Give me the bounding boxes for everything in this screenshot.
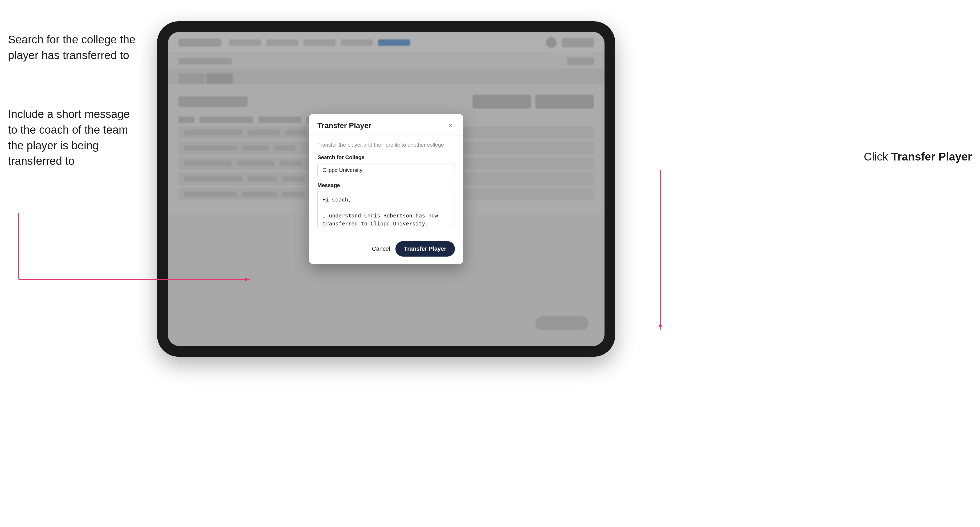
modal-title: Transfer Player xyxy=(317,121,371,130)
search-college-label: Search for College xyxy=(317,154,455,160)
annotation-click-transfer: Click Transfer Player xyxy=(864,149,972,165)
tablet-frame: Transfer Player × Transfer the player an… xyxy=(157,21,615,357)
modal-body: Transfer the player and their profile to… xyxy=(309,135,463,236)
message-label: Message xyxy=(317,182,455,189)
transfer-player-modal: Transfer Player × Transfer the player an… xyxy=(309,114,463,264)
search-college-input[interactable] xyxy=(317,163,455,177)
modal-header: Transfer Player × xyxy=(309,114,463,135)
modal-footer: Cancel Transfer Player xyxy=(309,236,463,264)
modal-overlay: Transfer Player × Transfer the player an… xyxy=(168,32,605,346)
tablet-screen: Transfer Player × Transfer the player an… xyxy=(168,32,605,346)
modal-close-button[interactable]: × xyxy=(446,121,455,130)
transfer-player-button[interactable]: Transfer Player xyxy=(396,241,455,257)
svg-marker-4 xyxy=(659,325,662,330)
annotation-message: Include a short message to the coach of … xyxy=(8,106,130,169)
cancel-button[interactable]: Cancel xyxy=(372,245,390,252)
message-textarea[interactable]: Hi Coach, I understand Chris Robertson h… xyxy=(317,191,455,229)
annotation-search-college: Search for the college the player has tr… xyxy=(8,32,135,63)
modal-subtitle: Transfer the player and their profile to… xyxy=(317,142,455,148)
